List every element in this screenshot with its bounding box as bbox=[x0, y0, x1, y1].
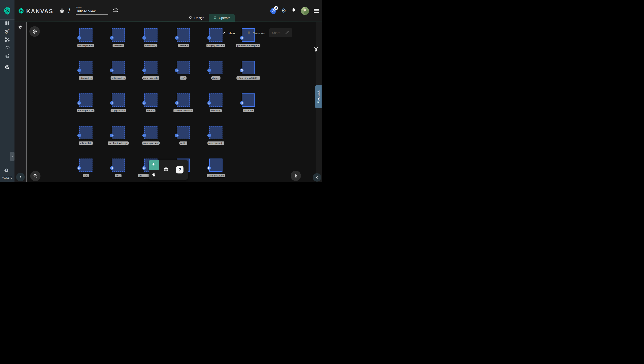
toolbar-help-button[interactable]: ? bbox=[176, 166, 184, 173]
namespace-node[interactable]: helloweb bbox=[112, 28, 125, 42]
mode-tabs: Design Operate bbox=[184, 0, 235, 22]
namespace-node[interactable]: namespace-jh bbox=[209, 126, 222, 139]
sidebar-expand-toggle[interactable] bbox=[10, 152, 14, 161]
namespace-node[interactable]: firstnode bbox=[242, 93, 255, 107]
lifecycle-gears-icon: ⚙⚙ bbox=[4, 29, 10, 35]
node-kind-badge bbox=[77, 166, 81, 170]
namespace-glyph-icon bbox=[208, 70, 210, 71]
sidebar-item-configuration[interactable] bbox=[0, 36, 14, 44]
namespace-node[interactable]: local-path-storage bbox=[112, 126, 125, 139]
meshsync-button[interactable] bbox=[30, 26, 40, 37]
layers-tool-button[interactable] bbox=[163, 166, 169, 174]
sidebar-item-dashboard[interactable] bbox=[0, 20, 14, 27]
node-kind-badge bbox=[110, 166, 114, 170]
namespace-node[interactable]: namespace-br bbox=[144, 61, 158, 74]
save-as-button[interactable]: Save As bbox=[247, 31, 265, 35]
node-kind-badge bbox=[240, 69, 244, 72]
panel-expand-button[interactable] bbox=[16, 173, 25, 181]
namespace-node[interactable]: dmsng bbox=[209, 61, 222, 74]
node-label: staging-fullstack bbox=[206, 44, 225, 47]
namespace-glyph-icon bbox=[78, 102, 80, 103]
design-spiral-icon[interactable] bbox=[18, 25, 23, 31]
node-label: ns-2 bbox=[115, 174, 122, 177]
node-label: dmsng bbox=[211, 76, 220, 80]
pan-tool-button[interactable] bbox=[149, 170, 159, 180]
tab-operate-label: Operate bbox=[219, 16, 230, 20]
save-floppy-icon bbox=[247, 31, 251, 35]
namespace-node[interactable]: monitoring bbox=[144, 28, 158, 42]
namespace-glyph-icon bbox=[111, 167, 113, 168]
tab-operate[interactable]: Operate bbox=[209, 14, 235, 22]
notifications-bell-icon[interactable] bbox=[291, 8, 296, 14]
node-kind-badge bbox=[110, 36, 114, 40]
namespace-node[interactable]: patientfirstnode bbox=[209, 158, 222, 172]
namespace-glyph-icon bbox=[143, 167, 145, 168]
sidebar-item-catalog[interactable] bbox=[0, 53, 14, 60]
settings-gear-icon[interactable]: ⚙ bbox=[281, 8, 286, 14]
node-kind-badge bbox=[142, 134, 146, 137]
namespace-node[interactable]: namespace-sd bbox=[144, 126, 158, 139]
namespace-glyph-icon bbox=[241, 102, 242, 104]
namespace-node[interactable]: namespace-fw bbox=[79, 93, 92, 107]
feedback-label: Feedback bbox=[317, 90, 320, 103]
sidebar-item-extensions[interactable] bbox=[0, 64, 14, 71]
namespace-glyph-icon bbox=[143, 135, 145, 136]
save-as-label: Save As bbox=[253, 31, 265, 35]
tab-design[interactable]: Design bbox=[184, 14, 209, 22]
meshery-logo[interactable] bbox=[3, 6, 12, 17]
kanvas-wordmark: KANVAS bbox=[26, 8, 53, 15]
node-label: patientlistnamespace bbox=[236, 44, 260, 47]
menu-hamburger-icon[interactable] bbox=[314, 9, 319, 13]
namespace-node[interactable]: emissary bbox=[209, 93, 222, 107]
node-kind-badge bbox=[142, 166, 146, 170]
namespace-node[interactable]: ns-2 bbox=[112, 158, 125, 172]
namespace-node[interactable]: kube-public bbox=[79, 126, 92, 139]
cloud-sync-icon[interactable] bbox=[112, 7, 119, 14]
node-kind-badge bbox=[110, 69, 114, 72]
panel-collapse-button[interactable] bbox=[313, 173, 321, 181]
select-tool-button[interactable] bbox=[149, 160, 159, 170]
dashboard-icon bbox=[4, 21, 10, 27]
pen-tool-button[interactable] bbox=[291, 171, 301, 181]
namespace-glyph-icon bbox=[78, 135, 80, 136]
kubernetes-context-button[interactable]: 3 bbox=[270, 8, 276, 14]
namespace-node[interactable]: ns-1 bbox=[177, 61, 190, 74]
namespace-node[interactable]: new bbox=[79, 158, 92, 172]
namespace-node[interactable]: kube-system bbox=[112, 61, 125, 74]
namespace-glyph-icon bbox=[111, 135, 113, 136]
node-label: cnpg-system bbox=[110, 109, 126, 112]
view-name-input[interactable]: Untitled View bbox=[76, 10, 108, 15]
kanvas-extension-icon bbox=[4, 64, 10, 71]
node-kind-badge bbox=[207, 134, 211, 137]
node-kind-badge bbox=[110, 101, 114, 105]
lasso-tool-icon[interactable] bbox=[314, 47, 318, 53]
namespace-node[interactable]: istio-system bbox=[79, 61, 92, 74]
sidebar-item-lifecycle[interactable]: ⚙⚙ bbox=[0, 28, 14, 35]
namespace-glyph-icon bbox=[208, 167, 210, 169]
feedback-tab[interactable]: Feedback bbox=[315, 85, 322, 108]
namespace-node[interactable]: aabid bbox=[177, 126, 190, 139]
help-button[interactable]: ? bbox=[4, 168, 8, 172]
pencil-icon bbox=[222, 31, 226, 36]
namespace-node[interactable]: default bbox=[144, 93, 158, 107]
designs-panel-strip bbox=[14, 22, 26, 182]
node-label: kube-public bbox=[79, 141, 93, 145]
namespace-glyph-icon bbox=[143, 102, 145, 103]
kanvas-logo[interactable]: KANVAS bbox=[18, 7, 53, 15]
kubernetes-count-badge: 3 bbox=[274, 6, 278, 10]
namespace-node[interactable]: namespace-ot bbox=[79, 28, 92, 42]
view-name-field[interactable]: Name Untitled View bbox=[76, 6, 108, 15]
namespace-node[interactable]: kube-node-lease bbox=[177, 93, 190, 107]
namespace-glyph-icon bbox=[78, 70, 80, 71]
node-label: namespace-br bbox=[142, 76, 159, 80]
share-button[interactable]: Share bbox=[269, 28, 292, 37]
sidebar-item-performance[interactable] bbox=[0, 44, 14, 51]
view-name-label: Name bbox=[76, 6, 108, 9]
user-avatar[interactable] bbox=[301, 7, 309, 15]
zoom-in-button[interactable] bbox=[30, 171, 40, 181]
organization-icon[interactable] bbox=[59, 8, 65, 15]
new-button[interactable]: New bbox=[222, 31, 235, 36]
namespace-node[interactable]: cnpg-system bbox=[112, 93, 125, 107]
namespace-node[interactable]: c3-medium-x86-02... bbox=[242, 61, 255, 74]
canvas[interactable]: New Save As Share bbox=[26, 22, 316, 182]
